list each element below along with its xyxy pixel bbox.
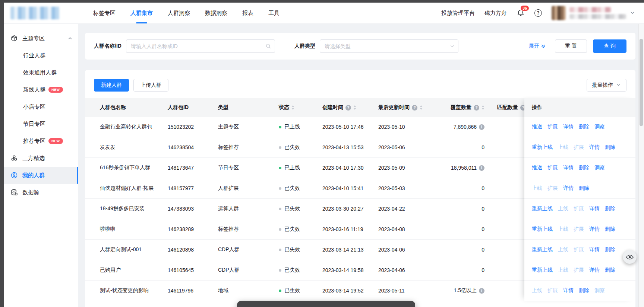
- action-link[interactable]: 扩展: [547, 124, 558, 130]
- help-icon[interactable]: ?: [345, 105, 351, 111]
- link-ad-platform[interactable]: 投放管理平台: [441, 10, 475, 17]
- sidebar-item-data-source[interactable]: 数据源: [4, 184, 78, 201]
- username-redacted: [569, 7, 626, 19]
- action-link[interactable]: 重新上线: [532, 144, 553, 151]
- action-link[interactable]: 详情: [589, 205, 600, 212]
- status-dot-icon: [279, 249, 281, 251]
- action-link[interactable]: 详情: [563, 124, 574, 130]
- cell-audience-name: 啦啦啦: [100, 226, 168, 233]
- link-magnetic-ark[interactable]: 磁力方舟: [484, 10, 507, 17]
- action-link[interactable]: 删除: [579, 164, 589, 171]
- action-link[interactable]: 详情: [563, 287, 574, 294]
- user-menu[interactable]: [552, 6, 635, 20]
- reset-button[interactable]: 重 置: [555, 39, 587, 53]
- scrollbar-track[interactable]: [638, 24, 644, 307]
- batch-actions-dropdown[interactable]: 批量操作: [587, 79, 626, 92]
- action-link[interactable]: 推送: [532, 124, 542, 130]
- info-icon[interactable]: i: [479, 165, 484, 171]
- top-nav: 标签专区人群集市人群洞察数据洞察报表工具: [93, 3, 280, 23]
- action-link[interactable]: 洞察: [594, 124, 605, 130]
- action-link[interactable]: 删除: [605, 144, 615, 151]
- sort-icon[interactable]: [482, 105, 484, 110]
- top-nav-item-reports[interactable]: 报表: [242, 3, 253, 23]
- action-link[interactable]: 重新上线: [532, 267, 553, 274]
- sidebar-item-effect-general-audience[interactable]: 效果通用人群: [4, 64, 78, 81]
- status-text: 已失效: [284, 226, 300, 233]
- sidebar-item-recommend-zone[interactable]: 推荐专区NEW: [4, 132, 78, 150]
- column-header-5[interactable]: 创建时间?: [322, 104, 378, 111]
- top-nav-item-data-insight[interactable]: 数据洞察: [205, 3, 227, 23]
- username-line: [569, 7, 611, 12]
- sidebar-item-new-line-audience[interactable]: 新线人群NEW: [4, 81, 78, 98]
- action-link: 洞察: [594, 287, 605, 294]
- create-audience-button[interactable]: 新建人群: [94, 79, 129, 92]
- sidebar-item-theme-zone[interactable]: 主题专区: [4, 30, 78, 47]
- action-link[interactable]: 删除: [579, 287, 589, 294]
- action-link[interactable]: 扩展: [547, 164, 558, 171]
- sidebar-item-my-audience[interactable]: 我的人群: [4, 167, 78, 184]
- sidebar-item-small-shop-zone[interactable]: 小店专区: [4, 98, 78, 115]
- info-icon[interactable]: i: [479, 124, 484, 130]
- cell-coverage: 1.5亿以上i: [442, 287, 484, 294]
- action-link[interactable]: 详情: [589, 246, 600, 253]
- filter-bar: 人群名称/ID 人群类型 展开: [85, 33, 635, 60]
- action-link[interactable]: 删除: [605, 205, 615, 212]
- action-column: 操作 推送扩展详情删除洞察重新上线上线扩展详情删除推送扩展详情删除洞察上线扩展详…: [524, 98, 635, 301]
- query-button[interactable]: 查 询: [593, 39, 626, 53]
- top-nav-item-tag-zone[interactable]: 标签专区: [93, 3, 116, 23]
- upload-audience-button[interactable]: 上传人群: [133, 79, 168, 92]
- audience-type-select[interactable]: [320, 39, 458, 53]
- action-link[interactable]: 详情: [563, 164, 574, 171]
- floating-eye-button[interactable]: [623, 250, 637, 264]
- action-link[interactable]: 删除: [605, 226, 615, 233]
- cell-audience-id: 146120898: [168, 247, 218, 253]
- sort-icon[interactable]: [353, 105, 356, 110]
- audience-name-input[interactable]: [126, 39, 275, 53]
- audience-table-card: 新建人群 上传人群 批量操作 人群包名称人群包ID类型状态创建时间?最后更新时间…: [85, 70, 635, 307]
- column-header-7[interactable]: 覆盖数量?: [442, 104, 484, 111]
- table-toolbar: 新建人群 上传人群 批量操作: [85, 79, 635, 92]
- chevron-up-icon[interactable]: [68, 36, 72, 41]
- action-link[interactable]: 重新上线: [532, 205, 553, 212]
- column-header-4[interactable]: 状态: [279, 104, 322, 111]
- column-header-6[interactable]: 最后更新时间?: [378, 104, 442, 111]
- action-link[interactable]: 详情: [589, 267, 600, 274]
- top-nav-item-audience-insight[interactable]: 人群洞察: [168, 3, 190, 23]
- column-label: 状态: [279, 104, 289, 111]
- action-link[interactable]: 详情: [563, 185, 574, 192]
- action-link[interactable]: 详情: [589, 226, 600, 233]
- sort-icon[interactable]: [291, 105, 294, 110]
- sidebar-item-industry-audience[interactable]: 行业人群: [4, 47, 78, 64]
- cell-coverage: 0: [442, 247, 484, 253]
- info-icon[interactable]: i: [479, 288, 484, 294]
- coverage-value: 18,958,011: [451, 165, 477, 171]
- notification-bell-icon[interactable]: 36: [517, 9, 525, 17]
- cell-created-time: 2023-04-13 15:53: [322, 144, 378, 150]
- help-icon[interactable]: ?: [412, 105, 417, 111]
- action-link[interactable]: 删除: [605, 267, 615, 274]
- action-link[interactable]: 重新上线: [532, 246, 553, 253]
- help-icon[interactable]: ?: [474, 105, 479, 111]
- cell-coverage: 0: [442, 144, 484, 150]
- column-header-2: 人群包ID: [168, 104, 218, 111]
- action-link[interactable]: 重新上线: [532, 226, 553, 233]
- expand-filters-link[interactable]: 展开: [529, 43, 546, 49]
- action-link[interactable]: 删除: [605, 246, 615, 253]
- action-link[interactable]: 删除: [579, 185, 589, 192]
- action-link[interactable]: 洞察: [594, 164, 605, 171]
- help-icon[interactable]: ?: [534, 9, 542, 17]
- sort-icon[interactable]: [420, 105, 423, 110]
- top-nav-item-tools[interactable]: 工具: [268, 3, 280, 23]
- chevron-down-icon: [630, 10, 635, 16]
- sidebar-item-festival-zone[interactable]: 节日专区: [4, 115, 78, 132]
- action-link: 扩展: [574, 226, 584, 233]
- cube-icon: [10, 35, 18, 42]
- action-link[interactable]: 详情: [589, 144, 600, 151]
- scrollbar-thumb[interactable]: [640, 39, 643, 126]
- status-text: 已失效: [284, 144, 300, 151]
- cell-coverage: 0: [442, 267, 484, 273]
- action-link[interactable]: 删除: [579, 124, 589, 130]
- action-link[interactable]: 推送: [532, 164, 542, 171]
- sidebar-item-third-party-selection[interactable]: 三方精选: [4, 150, 78, 167]
- top-nav-item-audience-market[interactable]: 人群集市: [130, 3, 153, 23]
